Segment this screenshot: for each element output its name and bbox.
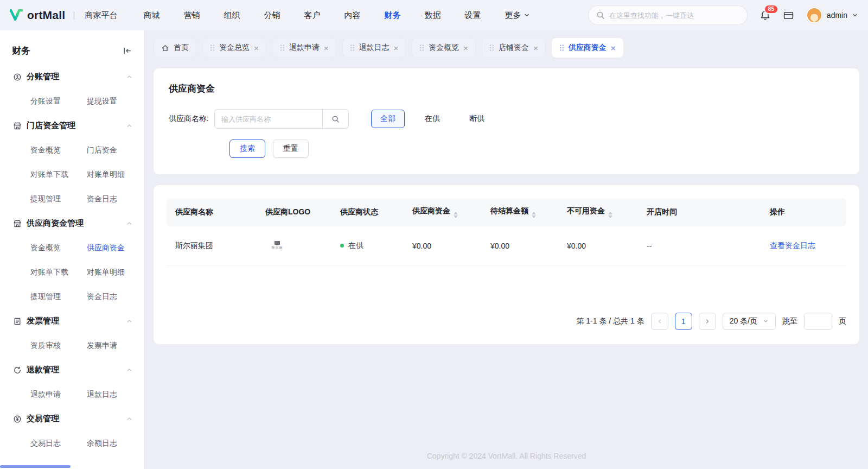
nav-item-marketing[interactable]: 营销 [171, 0, 212, 30]
next-page-button[interactable] [699, 313, 716, 330]
nav-item-customers[interactable]: 客户 [292, 0, 332, 30]
notification-badge: 85 [764, 4, 778, 14]
close-icon[interactable]: × [463, 44, 468, 52]
close-icon[interactable]: × [611, 44, 616, 52]
drag-handle-icon[interactable] [419, 44, 424, 52]
chevron-up-icon [126, 220, 133, 227]
sidebar-item[interactable]: 资质审核 [30, 333, 87, 358]
tab-refund-request[interactable]: 退款申请 × [272, 38, 336, 58]
sidebar-item[interactable]: 资金日志 [87, 284, 144, 309]
sidebar-item[interactable]: 资金概览 [30, 138, 87, 162]
close-icon[interactable]: × [324, 44, 329, 52]
supplier-name-label: 供应商名称: [169, 114, 209, 124]
sidebar-item[interactable]: 余额日志 [87, 431, 144, 455]
sidebar-item[interactable]: 提现管理 [30, 187, 87, 211]
sidebar-item[interactable]: 分账设置 [30, 89, 87, 113]
status-option-all[interactable]: 全部 [371, 110, 405, 128]
column-header: 开店时间 [638, 198, 761, 226]
sidebar-item-supplier-funds[interactable]: 供应商资金 [87, 236, 144, 260]
tab-funds-overview[interactable]: 资金总览 × [202, 38, 266, 58]
sidebar-item[interactable]: 资金概览 [30, 236, 87, 260]
global-search-input[interactable] [609, 11, 739, 20]
drag-handle-icon[interactable] [210, 44, 215, 52]
sidebar-item[interactable]: 资金日志 [87, 187, 144, 211]
chevron-down-icon [852, 12, 858, 18]
sidebar-item[interactable]: 对账单下载 [30, 162, 87, 187]
pagination: 第 1-1 条 / 总共 1 条 1 20 条/页 跳至 页 [167, 313, 846, 330]
sidebar-item[interactable]: 退款日志 [87, 382, 144, 407]
sidebar-item[interactable]: 提现设置 [87, 89, 144, 113]
sidebar-item[interactable]: 对账单明细 [87, 260, 144, 284]
sort-icon[interactable] [608, 212, 612, 218]
table-header-row: 供应商名称 供应商LOGO 供应商状态 供应商资金 待结算金额 不可用资金 开店… [167, 198, 846, 226]
chevron-right-icon [704, 318, 711, 325]
reset-button[interactable]: 重置 [273, 140, 309, 158]
page-size-select[interactable]: 20 条/页 [723, 313, 776, 330]
store-icon [13, 219, 22, 228]
nav-item-mall[interactable]: 商城 [131, 0, 171, 30]
sidebar-group-transaction[interactable]: 交易管理 [0, 407, 144, 431]
sort-icon[interactable] [532, 212, 536, 218]
prev-page-button[interactable] [651, 313, 668, 330]
cell-supplier-name: 斯尔丽集团 [167, 226, 257, 265]
status-filter: 全部 在供 断供 [367, 110, 497, 128]
tab-supplier-funds[interactable]: 供应商资金 × [552, 38, 623, 58]
view-fund-log-link[interactable]: 查看资金日志 [770, 241, 815, 250]
drag-handle-icon[interactable] [280, 44, 285, 52]
nav-item-content[interactable]: 内容 [332, 0, 372, 30]
chevron-up-icon [126, 73, 133, 80]
page-number-button[interactable]: 1 [675, 313, 692, 330]
jump-page-input[interactable] [804, 313, 832, 330]
drag-handle-icon[interactable] [559, 44, 564, 52]
search-button[interactable]: 搜索 [229, 140, 265, 158]
brand-platform-label: 商家平台 [85, 10, 117, 21]
supplier-name-input[interactable] [214, 109, 323, 129]
sidebar-scrollbar-thumb[interactable] [0, 465, 71, 468]
user-menu[interactable]: admin [806, 7, 858, 23]
nav-item-organization[interactable]: 组织 [212, 0, 252, 30]
nav-item-finance[interactable]: 财务 [372, 0, 412, 30]
tab-funds-summary[interactable]: 资金概览 × [412, 38, 476, 58]
drag-handle-icon[interactable] [489, 44, 494, 52]
column-header-sortable[interactable]: 供应商资金 [404, 198, 482, 226]
sidebar-group-supplier-funds[interactable]: 供应商资金管理 [0, 211, 144, 236]
column-header-sortable[interactable]: 不可用资金 [558, 198, 638, 226]
card-icon[interactable] [783, 10, 794, 21]
invoice-icon [13, 317, 22, 326]
tab-shop-funds[interactable]: 店铺资金 × [482, 38, 546, 58]
global-search[interactable] [588, 5, 748, 25]
supplier-search-button[interactable] [323, 109, 349, 129]
sidebar-group-split-account[interactable]: 分账管理 [0, 65, 144, 89]
sidebar-item[interactable]: 对账单明细 [87, 162, 144, 187]
topbar-right: 85 admin [588, 5, 858, 25]
cell-supplier-logo: 斯尔丽 [257, 226, 331, 265]
tab-home[interactable]: 首页 [154, 38, 196, 58]
nav-item-settings[interactable]: 设置 [452, 0, 493, 30]
status-option-supplying[interactable]: 在供 [416, 110, 449, 128]
sort-icon[interactable] [454, 212, 458, 218]
collapse-sidebar-icon[interactable] [123, 46, 132, 55]
drag-handle-icon[interactable] [350, 44, 355, 52]
close-icon[interactable]: × [394, 44, 399, 52]
sidebar-item[interactable]: 门店资金 [87, 138, 144, 162]
sidebar-group-store-funds[interactable]: 门店资金管理 [0, 113, 144, 138]
brand-logo[interactable]: ortMall | 商家平台 [10, 9, 117, 22]
chevron-down-icon [524, 12, 530, 18]
sidebar-item[interactable]: 退款申请 [30, 382, 87, 407]
tab-refund-log[interactable]: 退款日志 × [342, 38, 406, 58]
chevron-down-icon [763, 318, 769, 324]
sidebar-group-invoice[interactable]: 发票管理 [0, 309, 144, 333]
nav-item-data[interactable]: 数据 [412, 0, 452, 30]
sidebar-item[interactable]: 对账单下载 [30, 260, 87, 284]
sidebar-item[interactable]: 交易日志 [30, 431, 87, 455]
sidebar-group-refund[interactable]: 退款管理 [0, 358, 144, 382]
status-option-cutoff[interactable]: 断供 [460, 110, 494, 128]
column-header-sortable[interactable]: 待结算金额 [482, 198, 558, 226]
nav-item-distribution[interactable]: 分销 [252, 0, 292, 30]
notification-bell[interactable]: 85 [760, 10, 771, 21]
nav-item-more[interactable]: 更多 [493, 0, 542, 30]
close-icon[interactable]: × [533, 44, 538, 52]
sidebar-item[interactable]: 提现管理 [30, 284, 87, 309]
sidebar-item[interactable]: 发票申请 [87, 333, 144, 358]
close-icon[interactable]: × [254, 44, 259, 52]
